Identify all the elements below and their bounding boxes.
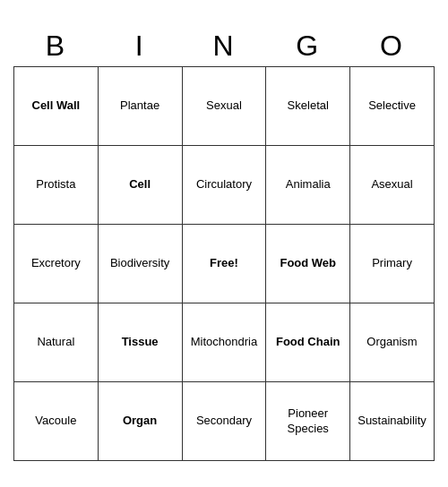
cell-4-1: Organ [98,382,182,461]
header-o: O [350,26,435,67]
cell-1-4: Asexual [350,146,435,225]
cell-3-4: Organism [350,303,435,382]
cell-0-0: Cell Wall [14,67,99,146]
cell-2-4: Primary [350,225,435,303]
cell-3-2: Mitochondria [182,303,266,382]
header-g: G [266,26,350,67]
cell-2-0: Excretory [14,225,99,303]
table-row: Cell WallPlantaeSexualSkeletalSelective [14,67,435,146]
table-row: NaturalTissueMitochondriaFood ChainOrgan… [14,303,435,382]
cell-3-1: Tissue [98,303,182,382]
cell-1-3: Animalia [266,146,350,225]
cell-0-2: Sexual [182,67,266,146]
cell-1-1: Cell [98,146,182,225]
cell-1-0: Protista [14,146,99,225]
cell-0-4: Selective [350,67,435,146]
header-n: N [182,26,266,67]
cell-2-1: Biodiversity [98,225,182,303]
cell-4-0: Vacoule [14,382,99,461]
cell-0-1: Plantae [98,67,182,146]
table-row: ProtistaCellCirculatoryAnimaliaAsexual [14,146,435,225]
cell-3-3: Food Chain [266,303,350,382]
cell-2-3: Food Web [266,225,350,303]
cell-4-2: Secondary [182,382,266,461]
table-row: ExcretoryBiodiversityFree!Food WebPrimar… [14,225,435,303]
cell-3-0: Natural [14,303,99,382]
header-i: I [98,26,182,67]
cell-1-2: Circulatory [182,146,266,225]
header-b: B [14,26,99,67]
cell-2-2: Free! [182,225,266,303]
cell-4-3: Pioneer Species [266,382,350,461]
bingo-header: B I N G O [14,26,435,67]
table-row: VacouleOrganSecondaryPioneer SpeciesSust… [14,382,435,461]
cell-4-4: Sustainability [350,382,435,461]
cell-0-3: Skeletal [266,67,350,146]
